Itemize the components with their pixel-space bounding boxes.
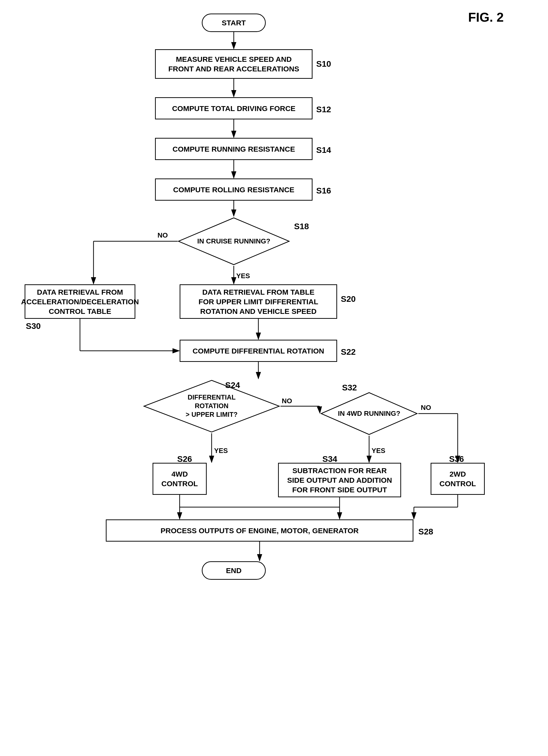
s26-label: S26 bbox=[177, 454, 192, 464]
s26-box: 4WD CONTROL bbox=[153, 463, 207, 495]
s34-label: S34 bbox=[322, 454, 337, 464]
svg-text:YES: YES bbox=[214, 447, 228, 454]
s12-label: S12 bbox=[316, 105, 331, 114]
s16-label: S16 bbox=[316, 186, 331, 195]
s16-box: COMPUTE ROLLING RESISTANCE bbox=[155, 178, 312, 201]
s24-diamond: DIFFERENTIAL ROTATION > UPPER LIMIT? bbox=[143, 379, 280, 433]
s32-diamond: IN 4WD RUNNING? bbox=[320, 391, 418, 436]
s22-label: S22 bbox=[341, 347, 356, 357]
s28-box: PROCESS OUTPUTS OF ENGINE, MOTOR, GENERA… bbox=[106, 519, 413, 542]
svg-text:NO: NO bbox=[282, 397, 292, 405]
s36-label: S36 bbox=[449, 454, 464, 464]
s12-box: COMPUTE TOTAL DRIVING FORCE bbox=[155, 97, 312, 119]
s30-label: S30 bbox=[26, 321, 41, 331]
s28-label: S28 bbox=[418, 527, 433, 536]
s14-label: S14 bbox=[316, 145, 331, 155]
s20-box: DATA RETRIEVAL FROM TABLE FOR UPPER LIMI… bbox=[180, 284, 337, 319]
s30-box: DATA RETRIEVAL FROM ACCELERATION/DECELER… bbox=[25, 284, 135, 319]
s10-label: S10 bbox=[316, 59, 331, 69]
end-node: END bbox=[202, 561, 266, 580]
svg-text:NO: NO bbox=[158, 231, 168, 239]
svg-text:YES: YES bbox=[236, 272, 250, 280]
s14-box: COMPUTE RUNNING RESISTANCE bbox=[155, 138, 312, 160]
s32-label: S32 bbox=[342, 383, 357, 392]
s18-label: S18 bbox=[294, 222, 309, 231]
svg-text:YES: YES bbox=[371, 447, 385, 454]
s22-box: COMPUTE DIFFERENTIAL ROTATION bbox=[180, 340, 337, 362]
s36-box: 2WD CONTROL bbox=[431, 463, 485, 495]
s24-label: S24 bbox=[225, 380, 240, 390]
s10-box: MEASURE VEHICLE SPEED AND FRONT AND REAR… bbox=[155, 49, 312, 79]
figure-label: FIG. 2 bbox=[468, 10, 504, 25]
svg-text:NO: NO bbox=[421, 404, 431, 411]
s20-label: S20 bbox=[341, 294, 356, 304]
s34-box: SUBTRACTION FOR REAR SIDE OUTPUT AND ADD… bbox=[278, 463, 401, 497]
start-node: START bbox=[202, 14, 266, 32]
s18-diamond: IN CRUISE RUNNING? bbox=[177, 217, 290, 266]
